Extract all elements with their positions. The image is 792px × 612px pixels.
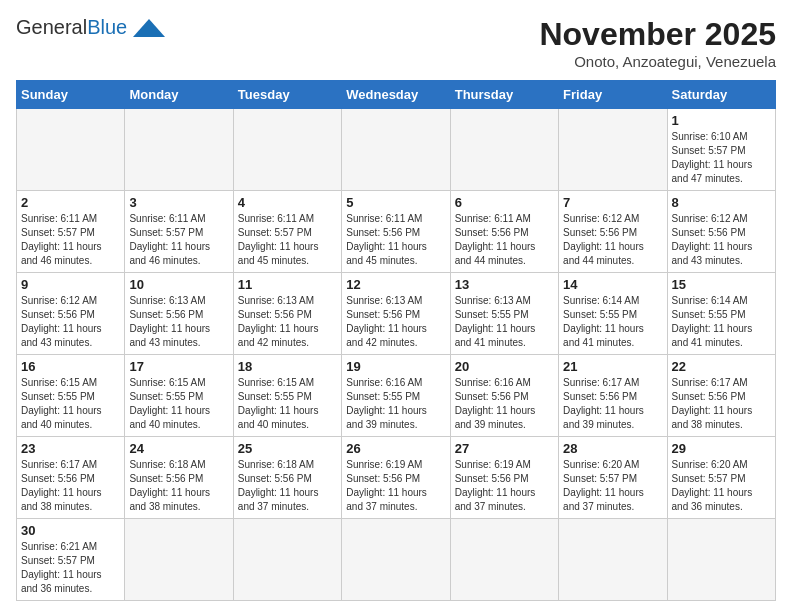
calendar-day-cell: 1Sunrise: 6:10 AMSunset: 5:57 PMDaylight… xyxy=(667,109,775,191)
day-info: Sunrise: 6:10 AMSunset: 5:57 PMDaylight:… xyxy=(672,130,771,186)
day-number: 5 xyxy=(346,195,445,210)
day-info: Sunrise: 6:17 AMSunset: 5:56 PMDaylight:… xyxy=(672,376,771,432)
day-number: 2 xyxy=(21,195,120,210)
calendar-day-cell: 15Sunrise: 6:14 AMSunset: 5:55 PMDayligh… xyxy=(667,273,775,355)
day-number: 23 xyxy=(21,441,120,456)
calendar-day-cell: 26Sunrise: 6:19 AMSunset: 5:56 PMDayligh… xyxy=(342,437,450,519)
calendar-day-cell: 18Sunrise: 6:15 AMSunset: 5:55 PMDayligh… xyxy=(233,355,341,437)
day-number: 17 xyxy=(129,359,228,374)
weekday-header: Wednesday xyxy=(342,81,450,109)
day-number: 22 xyxy=(672,359,771,374)
calendar-day-cell: 29Sunrise: 6:20 AMSunset: 5:57 PMDayligh… xyxy=(667,437,775,519)
calendar-day-cell xyxy=(450,109,558,191)
day-info: Sunrise: 6:12 AMSunset: 5:56 PMDaylight:… xyxy=(563,212,662,268)
day-info: Sunrise: 6:19 AMSunset: 5:56 PMDaylight:… xyxy=(346,458,445,514)
calendar-day-cell xyxy=(342,519,450,601)
logo: GeneralBlue xyxy=(16,16,167,39)
day-info: Sunrise: 6:14 AMSunset: 5:55 PMDaylight:… xyxy=(563,294,662,350)
calendar-day-cell: 28Sunrise: 6:20 AMSunset: 5:57 PMDayligh… xyxy=(559,437,667,519)
day-info: Sunrise: 6:17 AMSunset: 5:56 PMDaylight:… xyxy=(21,458,120,514)
calendar-week-row: 23Sunrise: 6:17 AMSunset: 5:56 PMDayligh… xyxy=(17,437,776,519)
calendar: SundayMondayTuesdayWednesdayThursdayFrid… xyxy=(16,80,776,601)
day-number: 13 xyxy=(455,277,554,292)
day-info: Sunrise: 6:11 AMSunset: 5:57 PMDaylight:… xyxy=(129,212,228,268)
day-number: 21 xyxy=(563,359,662,374)
day-number: 29 xyxy=(672,441,771,456)
calendar-day-cell: 22Sunrise: 6:17 AMSunset: 5:56 PMDayligh… xyxy=(667,355,775,437)
calendar-day-cell: 10Sunrise: 6:13 AMSunset: 5:56 PMDayligh… xyxy=(125,273,233,355)
day-number: 12 xyxy=(346,277,445,292)
day-number: 4 xyxy=(238,195,337,210)
day-info: Sunrise: 6:11 AMSunset: 5:56 PMDaylight:… xyxy=(346,212,445,268)
calendar-day-cell: 5Sunrise: 6:11 AMSunset: 5:56 PMDaylight… xyxy=(342,191,450,273)
calendar-day-cell: 4Sunrise: 6:11 AMSunset: 5:57 PMDaylight… xyxy=(233,191,341,273)
day-info: Sunrise: 6:14 AMSunset: 5:55 PMDaylight:… xyxy=(672,294,771,350)
calendar-day-cell: 17Sunrise: 6:15 AMSunset: 5:55 PMDayligh… xyxy=(125,355,233,437)
calendar-day-cell: 14Sunrise: 6:14 AMSunset: 5:55 PMDayligh… xyxy=(559,273,667,355)
day-info: Sunrise: 6:12 AMSunset: 5:56 PMDaylight:… xyxy=(672,212,771,268)
day-info: Sunrise: 6:13 AMSunset: 5:55 PMDaylight:… xyxy=(455,294,554,350)
day-info: Sunrise: 6:18 AMSunset: 5:56 PMDaylight:… xyxy=(238,458,337,514)
day-number: 15 xyxy=(672,277,771,292)
calendar-day-cell xyxy=(342,109,450,191)
day-info: Sunrise: 6:15 AMSunset: 5:55 PMDaylight:… xyxy=(21,376,120,432)
day-info: Sunrise: 6:11 AMSunset: 5:57 PMDaylight:… xyxy=(21,212,120,268)
weekday-header: Tuesday xyxy=(233,81,341,109)
day-number: 27 xyxy=(455,441,554,456)
calendar-day-cell: 3Sunrise: 6:11 AMSunset: 5:57 PMDaylight… xyxy=(125,191,233,273)
day-info: Sunrise: 6:11 AMSunset: 5:57 PMDaylight:… xyxy=(238,212,337,268)
calendar-day-cell xyxy=(125,519,233,601)
calendar-day-cell: 16Sunrise: 6:15 AMSunset: 5:55 PMDayligh… xyxy=(17,355,125,437)
calendar-day-cell: 7Sunrise: 6:12 AMSunset: 5:56 PMDaylight… xyxy=(559,191,667,273)
day-info: Sunrise: 6:21 AMSunset: 5:57 PMDaylight:… xyxy=(21,540,120,596)
day-info: Sunrise: 6:20 AMSunset: 5:57 PMDaylight:… xyxy=(563,458,662,514)
calendar-day-cell xyxy=(667,519,775,601)
calendar-day-cell xyxy=(450,519,558,601)
calendar-body: 1Sunrise: 6:10 AMSunset: 5:57 PMDaylight… xyxy=(17,109,776,601)
day-number: 28 xyxy=(563,441,662,456)
day-info: Sunrise: 6:19 AMSunset: 5:56 PMDaylight:… xyxy=(455,458,554,514)
day-number: 18 xyxy=(238,359,337,374)
weekday-header: Monday xyxy=(125,81,233,109)
svg-marker-0 xyxy=(133,19,165,37)
day-number: 26 xyxy=(346,441,445,456)
day-number: 7 xyxy=(563,195,662,210)
header: GeneralBlue November 2025 Onoto, Anzoate… xyxy=(16,16,776,70)
weekday-header: Friday xyxy=(559,81,667,109)
calendar-day-cell xyxy=(17,109,125,191)
calendar-day-cell: 23Sunrise: 6:17 AMSunset: 5:56 PMDayligh… xyxy=(17,437,125,519)
calendar-day-cell: 19Sunrise: 6:16 AMSunset: 5:55 PMDayligh… xyxy=(342,355,450,437)
calendar-day-cell: 25Sunrise: 6:18 AMSunset: 5:56 PMDayligh… xyxy=(233,437,341,519)
day-number: 9 xyxy=(21,277,120,292)
calendar-day-cell: 13Sunrise: 6:13 AMSunset: 5:55 PMDayligh… xyxy=(450,273,558,355)
day-number: 24 xyxy=(129,441,228,456)
calendar-day-cell: 6Sunrise: 6:11 AMSunset: 5:56 PMDaylight… xyxy=(450,191,558,273)
day-info: Sunrise: 6:18 AMSunset: 5:56 PMDaylight:… xyxy=(129,458,228,514)
calendar-week-row: 1Sunrise: 6:10 AMSunset: 5:57 PMDaylight… xyxy=(17,109,776,191)
weekday-header: Thursday xyxy=(450,81,558,109)
day-info: Sunrise: 6:16 AMSunset: 5:55 PMDaylight:… xyxy=(346,376,445,432)
day-info: Sunrise: 6:15 AMSunset: 5:55 PMDaylight:… xyxy=(238,376,337,432)
day-number: 8 xyxy=(672,195,771,210)
day-number: 16 xyxy=(21,359,120,374)
calendar-week-row: 2Sunrise: 6:11 AMSunset: 5:57 PMDaylight… xyxy=(17,191,776,273)
day-info: Sunrise: 6:13 AMSunset: 5:56 PMDaylight:… xyxy=(129,294,228,350)
day-number: 30 xyxy=(21,523,120,538)
day-info: Sunrise: 6:13 AMSunset: 5:56 PMDaylight:… xyxy=(238,294,337,350)
day-info: Sunrise: 6:16 AMSunset: 5:56 PMDaylight:… xyxy=(455,376,554,432)
day-number: 14 xyxy=(563,277,662,292)
calendar-day-cell: 9Sunrise: 6:12 AMSunset: 5:56 PMDaylight… xyxy=(17,273,125,355)
calendar-day-cell: 21Sunrise: 6:17 AMSunset: 5:56 PMDayligh… xyxy=(559,355,667,437)
logo-text: GeneralBlue xyxy=(16,16,127,39)
day-number: 1 xyxy=(672,113,771,128)
day-number: 20 xyxy=(455,359,554,374)
day-info: Sunrise: 6:12 AMSunset: 5:56 PMDaylight:… xyxy=(21,294,120,350)
calendar-day-cell: 27Sunrise: 6:19 AMSunset: 5:56 PMDayligh… xyxy=(450,437,558,519)
calendar-day-cell: 8Sunrise: 6:12 AMSunset: 5:56 PMDaylight… xyxy=(667,191,775,273)
calendar-day-cell xyxy=(559,519,667,601)
day-number: 19 xyxy=(346,359,445,374)
calendar-week-row: 16Sunrise: 6:15 AMSunset: 5:55 PMDayligh… xyxy=(17,355,776,437)
day-info: Sunrise: 6:17 AMSunset: 5:56 PMDaylight:… xyxy=(563,376,662,432)
weekday-header: Saturday xyxy=(667,81,775,109)
day-number: 3 xyxy=(129,195,228,210)
